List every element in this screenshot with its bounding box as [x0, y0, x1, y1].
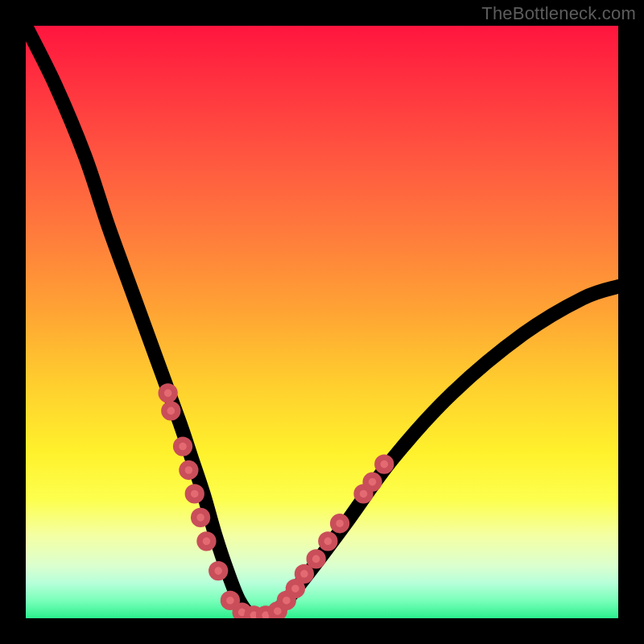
data-marker — [212, 564, 225, 578]
data-marker — [365, 475, 379, 489]
curve-svg — [26, 26, 618, 618]
watermark-text: TheBottleneck.com — [481, 3, 636, 24]
data-marker — [164, 404, 178, 418]
data-marker — [297, 567, 311, 580]
data-marker — [161, 386, 175, 400]
data-marker — [223, 593, 237, 607]
data-marker — [333, 517, 347, 530]
data-marker — [200, 535, 213, 548]
bottleneck-curve — [26, 26, 618, 617]
data-marker — [321, 535, 335, 548]
plot-area — [26, 26, 618, 618]
data-marker — [378, 457, 391, 471]
data-marker — [188, 487, 201, 501]
data-marker — [182, 464, 196, 477]
data-marker — [309, 552, 323, 566]
chart-frame: TheBottleneck.com — [0, 0, 644, 644]
data-marker — [194, 510, 208, 524]
data-marker — [176, 440, 190, 453]
data-marker — [288, 582, 302, 596]
